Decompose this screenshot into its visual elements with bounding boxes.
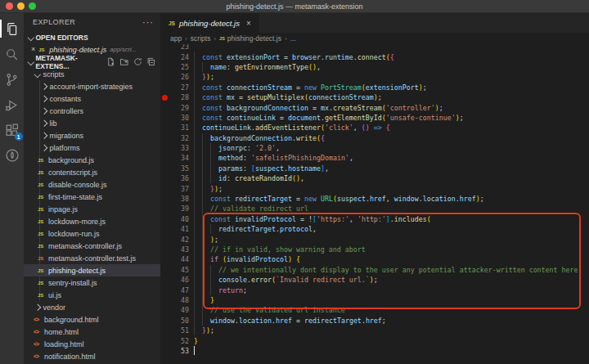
line-number[interactable]: 47 xyxy=(169,286,189,294)
line-number[interactable]: 42 xyxy=(169,236,189,244)
tree-item-background.html[interactable]: <>background.html xyxy=(24,313,160,326)
line-number[interactable]: 44 xyxy=(169,255,189,263)
tree-item-constants[interactable]: constants xyxy=(24,92,160,105)
tree-item-lib[interactable]: lib xyxy=(24,117,160,129)
code-line-45[interactable]: 45// we intentionally dont display to th… xyxy=(160,265,589,275)
line-number[interactable]: 32 xyxy=(169,134,189,142)
code-line-35[interactable]: 35params: [suspect.hostname], xyxy=(160,164,589,173)
code-line-32[interactable]: 32backgroundConnection.write({ xyxy=(160,133,589,143)
line-number[interactable]: 26 xyxy=(169,73,189,81)
tree-item-sentry-install.js[interactable]: JSsentry-install.js xyxy=(24,276,160,289)
open-editors-section-header[interactable]: OPEN EDITORS xyxy=(24,31,160,43)
tree-item-metamask-controller.test.js[interactable]: JSmetamask-controller.test.js xyxy=(24,252,160,264)
tree-item-vendor[interactable]: vendor xyxy=(24,301,160,313)
new-file-icon[interactable] xyxy=(106,57,115,66)
tree-item-notification.html[interactable]: <>notification.html xyxy=(24,350,160,362)
code-line-25[interactable]: 25name: getEnvironmentType(), xyxy=(160,62,589,72)
code-line-51[interactable]: 51}); xyxy=(160,326,589,335)
tree-item-phishing-detect.js[interactable]: JSphishing-detect.js xyxy=(24,264,160,276)
code-line-33[interactable]: 33jsonrpc: '2.0', xyxy=(160,143,589,153)
explorer-more-actions-icon[interactable]: ··· xyxy=(142,17,154,27)
tree-item-loading.html[interactable]: <>loading.html xyxy=(24,338,160,350)
code-line-39[interactable]: 39// validate redirect url xyxy=(160,204,589,213)
code-line-37[interactable]: 37}); xyxy=(160,183,589,193)
tree-item-inpage.js[interactable]: JSinpage.js xyxy=(24,203,160,215)
line-number[interactable]: 37 xyxy=(169,185,189,193)
tree-item-lockdown-more.js[interactable]: JSlockdown-more.js xyxy=(24,215,160,227)
code-line-42[interactable]: 42); xyxy=(160,234,589,244)
circular-extension-icon[interactable] xyxy=(3,146,21,164)
code-line-38[interactable]: 38const redirectTarget = new URL(suspect… xyxy=(160,194,589,204)
line-number[interactable]: 50 xyxy=(169,317,189,325)
code-line-36[interactable]: 36id: createRandomId(), xyxy=(160,173,589,183)
breadcrumb-item-phishing-detect.js[interactable]: JSphishing-detect.js xyxy=(219,34,281,43)
code-line-30[interactable]: 30const continueLink = document.getEleme… xyxy=(160,113,589,123)
tab-phishing-detect[interactable]: JS phishing-detect.js × xyxy=(160,13,259,33)
line-number[interactable]: 31 xyxy=(169,124,189,132)
explorer-icon[interactable] xyxy=(3,20,21,38)
line-number[interactable]: 38 xyxy=(169,195,189,203)
line-number[interactable]: 49 xyxy=(169,306,189,314)
tree-item-first-time-state.js[interactable]: JSfirst-time-state.js xyxy=(24,191,160,203)
line-number[interactable]: 53 xyxy=(169,347,189,355)
line-number[interactable]: 36 xyxy=(169,174,189,182)
line-number[interactable]: 48 xyxy=(169,296,189,304)
tree-item-background.js[interactable]: JSbackground.js xyxy=(24,154,160,166)
line-number[interactable]: 34 xyxy=(169,154,189,162)
code-line-44[interactable]: 44if (invalidProtocol) { xyxy=(160,254,589,264)
code-line-43[interactable]: 43// if in valid, show warning and abort xyxy=(160,245,589,254)
breakpoint-gutter[interactable] xyxy=(160,95,169,101)
line-number[interactable]: 43 xyxy=(169,245,189,254)
line-number[interactable]: 30 xyxy=(169,114,189,122)
code-line-48[interactable]: 48} xyxy=(160,295,589,305)
code-line-53[interactable]: 53 xyxy=(160,346,589,356)
line-number[interactable]: 29 xyxy=(169,104,189,112)
breadcrumb-item-app[interactable]: app xyxy=(170,34,182,43)
project-section-header[interactable]: METAMASK-EXTENS... xyxy=(24,56,160,68)
line-number[interactable]: 41 xyxy=(169,225,189,233)
line-number[interactable]: 52 xyxy=(169,337,189,345)
code-line-46[interactable]: 46console.error(`Invalid redirect url.`)… xyxy=(160,275,589,285)
tree-item-ui.js[interactable]: JSui.js xyxy=(24,289,160,301)
code-line-41[interactable]: 41redirectTarget.protocol, xyxy=(160,224,589,234)
line-number[interactable]: 35 xyxy=(169,164,189,173)
close-editor-icon[interactable]: × xyxy=(31,46,35,53)
code-line-24[interactable]: 24const extensionPort = browser.runtime.… xyxy=(160,52,589,61)
search-icon[interactable] xyxy=(3,45,21,63)
code-line-47[interactable]: 47return; xyxy=(160,285,589,294)
tree-item-contentscript.js[interactable]: JScontentscript.js xyxy=(24,166,160,178)
code-line-34[interactable]: 34method: 'safelistPhishingDomain', xyxy=(160,153,589,163)
line-number[interactable]: 40 xyxy=(169,215,189,223)
tree-item-scripts[interactable]: scripts xyxy=(24,68,160,80)
run-debug-icon[interactable] xyxy=(3,96,21,114)
breakpoint-icon[interactable] xyxy=(162,95,168,101)
tree-item-controllers[interactable]: controllers xyxy=(24,105,160,117)
collapse-all-icon[interactable] xyxy=(146,57,155,66)
tree-item-metamask-controller.js[interactable]: JSmetamask-controller.js xyxy=(24,240,160,252)
source-control-icon[interactable] xyxy=(3,70,21,88)
code-line-26[interactable]: 26}); xyxy=(160,72,589,82)
extensions-icon[interactable]: 1 xyxy=(3,121,21,139)
breadcrumb-item-...[interactable]: ... xyxy=(290,34,296,43)
code-line-52[interactable]: 52} xyxy=(160,335,589,345)
line-number[interactable]: 23 xyxy=(169,44,189,51)
breadcrumb-item-scripts[interactable]: scripts xyxy=(191,34,211,43)
line-number[interactable]: 24 xyxy=(169,53,189,61)
code-line-50[interactable]: 50window.location.href = redirectTarget.… xyxy=(160,316,589,326)
code-line-23[interactable]: 23 xyxy=(160,44,589,52)
code-area[interactable]: 2324const extensionPort = browser.runtim… xyxy=(160,44,589,364)
tree-item-account-import-strategies[interactable]: account-import-strategies xyxy=(24,80,160,92)
line-number[interactable]: 28 xyxy=(169,93,189,101)
code-line-29[interactable]: 29const backgroundConnection = mx.create… xyxy=(160,102,589,112)
line-number[interactable]: 27 xyxy=(169,83,189,92)
tree-item-platforms[interactable]: platforms xyxy=(24,142,160,154)
line-number[interactable]: 33 xyxy=(169,144,189,152)
code-line-40[interactable]: 40const invalidProtocol = !['https:', 'h… xyxy=(160,214,589,224)
close-window-button[interactable] xyxy=(6,2,13,10)
line-number[interactable]: 39 xyxy=(169,204,189,213)
refresh-icon[interactable] xyxy=(133,57,142,66)
tree-item-lockdown-run.js[interactable]: JSlockdown-run.js xyxy=(24,227,160,240)
close-tab-icon[interactable]: × xyxy=(246,19,251,28)
tree-item-home.html[interactable]: <>home.html xyxy=(24,326,160,338)
code-line-27[interactable]: 27const connectionStream = new PortStrea… xyxy=(160,83,589,92)
